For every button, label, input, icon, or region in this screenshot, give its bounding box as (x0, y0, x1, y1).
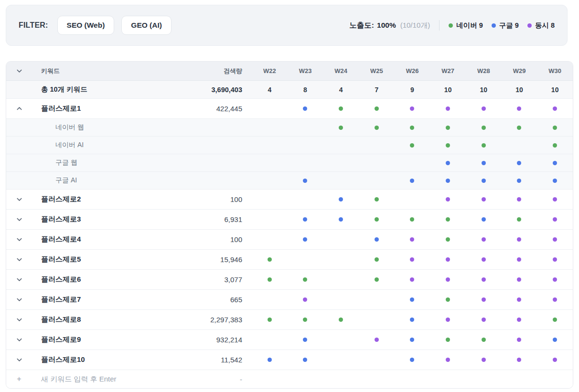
collapse-all-cell[interactable] (6, 67, 32, 74)
week-cell-W24 (323, 230, 359, 249)
keyword-row-플러스제로7[interactable]: 플러스제로7665 (6, 290, 573, 310)
presence-dot-purple (446, 277, 450, 282)
week-cell-W25 (359, 250, 395, 269)
week-cell-W30 (537, 154, 573, 171)
week-cell-W27 (430, 290, 466, 309)
keyword-row-플러스제로6[interactable]: 플러스제로63,077 (6, 270, 573, 290)
keyword-row-플러스제로5[interactable]: 플러스제로515,946 (6, 250, 573, 270)
week-cell-W30 (537, 250, 573, 269)
week-cell-W25 (359, 190, 395, 209)
expand-toggle[interactable] (6, 216, 32, 223)
search-volume: 2,297,383 (175, 316, 252, 324)
expand-toggle[interactable] (6, 105, 32, 112)
week-cell-W28 (466, 137, 502, 154)
chevron-up-icon (16, 105, 23, 112)
week-cell-W29 (502, 270, 537, 289)
presence-dot-green (446, 126, 450, 130)
presence-dot-green (339, 126, 343, 130)
presence-dot-green (303, 277, 307, 282)
add-keyword-cell[interactable]: + (6, 375, 32, 383)
presence-dot-purple (303, 297, 307, 302)
volume-column-header: 검색량 (175, 67, 252, 75)
expand-toggle[interactable] (6, 256, 32, 263)
presence-dot-purple (553, 237, 557, 242)
presence-dot-green (446, 143, 450, 148)
legend-item-naver: 네이버 9 (449, 21, 483, 30)
week-cell-W30 (537, 270, 573, 289)
keyword-row-플러스제로1[interactable]: 플러스제로1422,445 (6, 99, 573, 119)
week-cell-W28 (466, 310, 502, 329)
presence-dot-purple (517, 197, 521, 201)
filter-button-geo-ai[interactable]: GEO (AI) (121, 16, 172, 35)
week-column-header-W23: W23 (288, 62, 323, 80)
keyword-name: 플러스제로1 (32, 104, 175, 113)
week-cell-W23 (288, 290, 323, 309)
presence-dot-purple (482, 257, 486, 262)
week-cell-W24 (323, 290, 359, 309)
presence-dot-purple (482, 318, 486, 322)
week-cell-W25 (359, 137, 395, 154)
filter-button-seo-web[interactable]: SEO (Web) (57, 16, 115, 35)
presence-dot-purple (446, 257, 450, 262)
chevron-down-icon (16, 276, 23, 283)
week-cell-W30 (537, 137, 573, 154)
presence-dot-purple (446, 358, 450, 362)
expand-toggle[interactable] (6, 196, 32, 203)
table-header-row: 키워드 검색량 W22W23W24W25W26W27W28W29W30 (6, 62, 573, 81)
week-cell-W24 (323, 190, 359, 209)
keyword-name: 플러스제로3 (32, 215, 175, 224)
week-cell-W22 (252, 172, 288, 189)
new-keyword-input[interactable] (41, 375, 161, 383)
presence-dot-blue (303, 179, 307, 183)
keyword-name: 플러스제로8 (32, 315, 175, 324)
week-cell-W28 (466, 154, 502, 171)
keyword-row-플러스제로3[interactable]: 플러스제로36,931 (6, 210, 573, 230)
keyword-row-플러스제로4[interactable]: 플러스제로4100 (6, 230, 573, 250)
presence-dot-blue (517, 161, 521, 165)
week-cell-W26 (395, 210, 430, 229)
presence-dot-purple (517, 338, 521, 342)
presence-dot-green (375, 126, 379, 130)
week-cell-W23 (288, 154, 323, 171)
week-cell-W26 (395, 172, 430, 189)
week-cell-W23: 8 (288, 81, 323, 98)
keyword-row-플러스제로8[interactable]: 플러스제로82,297,383 (6, 310, 573, 330)
expand-toggle[interactable] (6, 296, 32, 303)
presence-dot-blue (553, 179, 557, 183)
week-cell-W26 (395, 137, 430, 154)
search-volume: 3,690,403 (175, 86, 252, 94)
keyword-row-플러스제로10[interactable]: 플러스제로1011,542 (6, 350, 573, 370)
week-cell-W23 (288, 190, 323, 209)
week-cell-W22 (252, 190, 288, 209)
chevron-down-icon (16, 356, 23, 363)
week-cell-W22 (252, 330, 288, 350)
week-cell-W26 (395, 330, 430, 350)
keyword-row-플러스제로2[interactable]: 플러스제로2100 (6, 190, 573, 210)
expand-toggle[interactable] (6, 236, 32, 243)
presence-dot-blue (410, 358, 414, 362)
legend-label-both: 동시 8 (535, 21, 555, 30)
chevron-down-icon (16, 256, 23, 263)
presence-dot-green (410, 217, 414, 222)
week-cell-W24 (323, 210, 359, 229)
week-cell-W27 (430, 310, 466, 329)
week-cell-W29 (502, 250, 537, 269)
week-cell-W28 (466, 172, 502, 189)
week-cell-W24 (323, 154, 359, 171)
expand-toggle[interactable] (6, 316, 32, 323)
search-volume: 100 (175, 235, 252, 244)
expand-toggle[interactable] (6, 356, 32, 363)
presence-dot-purple (517, 106, 521, 111)
presence-dot-purple (517, 297, 521, 302)
legend-item-google: 구글 9 (492, 21, 519, 30)
expand-toggle[interactable] (6, 336, 32, 343)
presence-dot-green (553, 318, 557, 322)
keyword-row-플러스제로9[interactable]: 플러스제로9932,214 (6, 330, 573, 350)
expand-toggle[interactable] (6, 276, 32, 283)
week-cell-W23 (288, 99, 323, 118)
new-keyword-cell (32, 375, 175, 383)
presence-dot-blue (339, 217, 343, 222)
week-cell-W24 (323, 119, 359, 136)
plus-icon: + (17, 375, 21, 383)
keyword-name: 플러스제로10 (32, 355, 175, 364)
